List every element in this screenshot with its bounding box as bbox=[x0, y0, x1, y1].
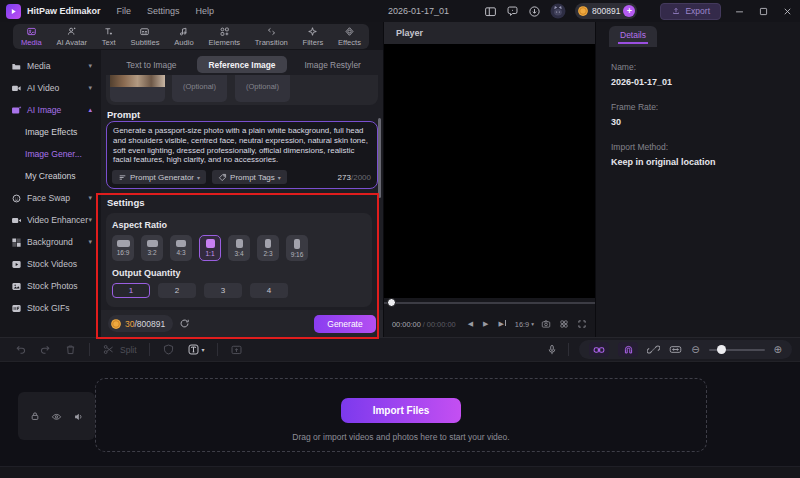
tab-media[interactable]: Media bbox=[21, 26, 42, 47]
ratio-option-16-9[interactable]: 16:9 bbox=[112, 235, 134, 261]
aspect-ratio-label: Aspect Ratio bbox=[112, 220, 366, 230]
text-tool-button[interactable]: ▾ bbox=[187, 343, 205, 356]
tab-text[interactable]: Text bbox=[102, 26, 116, 47]
sidebar-item-my-creations[interactable]: My Creations bbox=[0, 165, 101, 187]
tab-filters[interactable]: Filters bbox=[303, 26, 324, 47]
export-button[interactable]: Export bbox=[660, 3, 721, 20]
ratio-option-4-3[interactable]: 4:3 bbox=[170, 235, 192, 261]
next-frame-button[interactable]: ▶ bbox=[498, 320, 505, 328]
ratio-option-2-3[interactable]: 2:3 bbox=[257, 235, 279, 261]
refresh-icon[interactable] bbox=[179, 318, 190, 329]
titlebar-actions: 800891 + Export bbox=[484, 0, 795, 22]
tab-ai-avatar[interactable]: AI Avatar bbox=[56, 26, 87, 47]
mute-icon[interactable] bbox=[73, 411, 84, 422]
prompt-input[interactable]: Generate a passport-size photo with a pl… bbox=[113, 126, 371, 165]
generation-cost: 30/800891 bbox=[108, 315, 173, 332]
sidebar-item-media[interactable]: Media ▾ bbox=[0, 55, 101, 77]
window-maximize-button[interactable] bbox=[758, 6, 769, 17]
quantity-option-3[interactable]: 3 bbox=[204, 283, 242, 298]
timeline-toolbar: Split ▾ bbox=[0, 337, 800, 362]
credits-badge[interactable]: 800891 + bbox=[575, 3, 637, 19]
export-frame-icon[interactable] bbox=[230, 343, 243, 356]
generate-button[interactable]: Generate bbox=[314, 315, 376, 333]
redo-icon[interactable] bbox=[39, 343, 52, 356]
snapshot-icon[interactable] bbox=[541, 319, 551, 329]
fit-timeline-icon[interactable] bbox=[669, 343, 682, 356]
zoom-slider-handle[interactable] bbox=[717, 345, 726, 354]
import-files-button[interactable]: Import Files bbox=[341, 398, 461, 423]
quantity-option-4[interactable]: 4 bbox=[250, 283, 288, 298]
ratio-option-1-1[interactable]: 1:1 bbox=[199, 235, 221, 261]
quantity-option-1[interactable]: 1 bbox=[112, 283, 150, 298]
fullscreen-icon[interactable] bbox=[577, 319, 587, 329]
prompt-tags-button[interactable]: Prompt Tags ▾ bbox=[212, 170, 287, 184]
microphone-icon[interactable] bbox=[546, 344, 558, 356]
zoom-in-icon[interactable]: ⊕ bbox=[774, 344, 782, 355]
sidebar-item-background[interactable]: Background ▾ bbox=[0, 231, 101, 253]
window-close-button[interactable] bbox=[782, 6, 793, 17]
split-screen-icon[interactable] bbox=[559, 319, 569, 329]
sidebar-item-ai-image[interactable]: AI Image ▴ bbox=[0, 99, 101, 121]
timeline-zoom-slider[interactable] bbox=[709, 349, 765, 351]
sidebar-item-image-effects[interactable]: Image Effects bbox=[0, 121, 101, 143]
play-button[interactable]: ▶ bbox=[483, 320, 488, 328]
sidebar-item-image-generator[interactable]: Image Gener... bbox=[0, 143, 101, 165]
player-header: Player bbox=[384, 22, 595, 44]
ratio-option-3-4[interactable]: 3:4 bbox=[228, 235, 250, 261]
mask-icon[interactable] bbox=[162, 343, 175, 356]
timecode: 00:00:00/00:00:00 bbox=[392, 320, 456, 329]
sidebar-item-stock-photos[interactable]: Stock Photos bbox=[0, 275, 101, 297]
tab-image-restyler[interactable]: Image Restyler bbox=[287, 56, 378, 73]
user-avatar[interactable] bbox=[550, 3, 566, 19]
sidebar-item-video-enhancer[interactable]: Video Enhancer ▾ bbox=[0, 209, 101, 231]
tab-details[interactable]: Details bbox=[609, 26, 657, 47]
lock-icon[interactable] bbox=[30, 411, 40, 421]
tab-subtitles[interactable]: Subtitles bbox=[130, 26, 159, 47]
window-minimize-button[interactable] bbox=[734, 6, 745, 17]
reference-image-thumbnail[interactable] bbox=[110, 75, 165, 102]
ratio-option-9-16[interactable]: 9:16 bbox=[286, 235, 308, 261]
zoom-out-icon[interactable]: ⊖ bbox=[691, 344, 699, 355]
menu-file[interactable]: File bbox=[117, 6, 132, 16]
link-toggle-icon[interactable] bbox=[589, 342, 609, 357]
menu-help[interactable]: Help bbox=[196, 6, 215, 16]
panel-scrollbar[interactable] bbox=[378, 118, 381, 198]
prompt-generator-button[interactable]: Prompt Generator ▾ bbox=[112, 170, 206, 184]
download-icon[interactable] bbox=[528, 5, 541, 18]
tab-transition[interactable]: Transition bbox=[255, 26, 288, 47]
delete-icon[interactable] bbox=[64, 343, 77, 356]
generation-mode-tabs: Text to Image Reference Image Image Rest… bbox=[106, 56, 378, 73]
player-seek-bar[interactable] bbox=[384, 302, 595, 304]
sidebar-item-stock-gifs[interactable]: Stock GIFs bbox=[0, 297, 101, 319]
quantity-option-2[interactable]: 2 bbox=[158, 283, 196, 298]
face-swap-icon bbox=[11, 193, 22, 204]
chevron-down-icon: ▾ bbox=[88, 216, 92, 224]
sidebar-item-ai-video[interactable]: AI Video ▾ bbox=[0, 77, 101, 99]
sidebar-item-stock-videos[interactable]: Stock Videos bbox=[0, 253, 101, 275]
stock-videos-icon bbox=[11, 259, 22, 270]
previous-frame-button[interactable]: ◀ bbox=[468, 320, 473, 328]
preview-ratio-select[interactable]: 16:9 ▾ bbox=[515, 320, 534, 329]
tab-text-to-image[interactable]: Text to Image bbox=[106, 56, 197, 73]
player-seek-handle[interactable] bbox=[387, 298, 396, 307]
menu-settings[interactable]: Settings bbox=[147, 6, 180, 16]
sidebar-item-face-swap[interactable]: Face Swap ▾ bbox=[0, 187, 101, 209]
tab-audio[interactable]: Audio bbox=[174, 26, 193, 47]
feedback-icon[interactable] bbox=[506, 5, 519, 18]
import-dropzone[interactable]: Import Files Drag or import videos and p… bbox=[95, 378, 707, 452]
tab-effects[interactable]: Effects bbox=[338, 26, 361, 47]
upload-slot-optional-1[interactable]: (Optional) bbox=[172, 75, 227, 102]
magnet-toggle-icon[interactable] bbox=[618, 342, 638, 357]
layout-icon[interactable] bbox=[484, 5, 497, 18]
tab-reference-image[interactable]: Reference Image bbox=[197, 56, 288, 73]
unlink-icon[interactable] bbox=[647, 343, 660, 356]
credits-balance: 800891 bbox=[592, 6, 620, 16]
undo-icon[interactable] bbox=[14, 343, 27, 356]
ratio-option-3-2[interactable]: 3:2 bbox=[141, 235, 163, 261]
split-icon[interactable] bbox=[102, 343, 115, 356]
split-label[interactable]: Split bbox=[120, 345, 137, 355]
upload-slot-optional-2[interactable]: (Optional) bbox=[235, 75, 290, 102]
add-credits-button[interactable]: + bbox=[623, 5, 635, 17]
eye-icon[interactable] bbox=[51, 411, 62, 422]
tab-elements[interactable]: Elements bbox=[208, 26, 240, 47]
